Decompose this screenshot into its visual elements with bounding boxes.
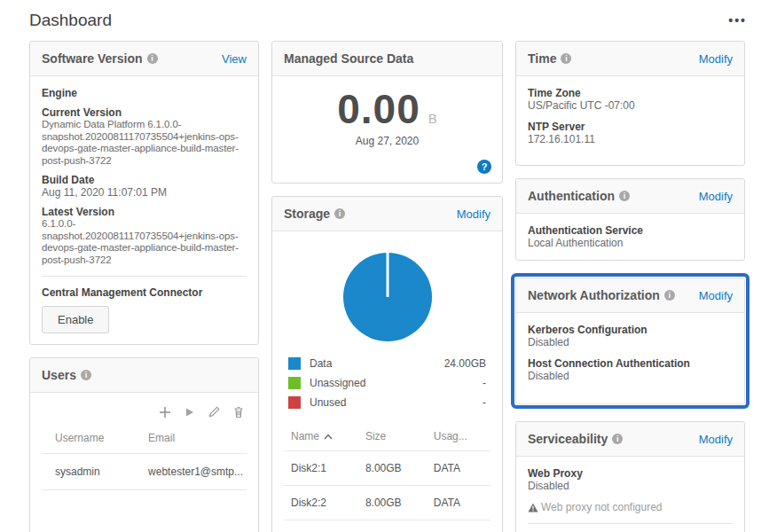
legend-label: Unassigned [310, 377, 365, 389]
storage-pie-chart [343, 253, 432, 341]
disk-name: Disk2:1 [284, 451, 358, 486]
user-email: webtester1@smtp... [135, 454, 247, 490]
disk-size: 8.00GB [358, 486, 427, 520]
build-date-label: Build Date [42, 174, 247, 186]
disk-name: Disk2:3 [284, 520, 358, 532]
divider [42, 276, 247, 277]
web-proxy-warning: Web proxy not configured [528, 501, 733, 513]
latest-version-value: 6.1.0.0-snapshot.20200811170735504+jenki… [42, 218, 247, 266]
storage-modify-link[interactable]: Modify [457, 207, 491, 221]
delete-user-icon[interactable] [232, 405, 245, 419]
info-icon[interactable]: i [147, 53, 158, 64]
add-user-icon[interactable] [158, 405, 172, 419]
host-connection-label: Host Connection Authentication [528, 357, 733, 370]
central-management-label: Central Management Connector [42, 286, 247, 299]
username-column-header: Username [42, 425, 135, 454]
serviceability-body: Web Proxy Disabled Web proxy not configu… [516, 457, 744, 532]
enable-user-icon[interactable] [184, 405, 196, 419]
user-row[interactable]: sysadmin webtester1@smtp... [42, 454, 247, 490]
info-icon[interactable]: i [334, 208, 345, 219]
serviceability-modify-link[interactable]: Modify [699, 433, 733, 446]
page-title: Dashboard [29, 11, 112, 30]
auth-service-value: Local Authentication [528, 237, 733, 249]
info-icon[interactable]: i [561, 53, 571, 64]
usage-column-header: Usag... [427, 423, 491, 451]
time-modify-link[interactable]: Modify [699, 52, 733, 66]
users-body: Username Email sysadmin webtester1@smtp.… [30, 393, 258, 501]
users-toolbar [42, 403, 247, 425]
disk-usage: DATA [427, 520, 491, 532]
current-version-label: Current Version [42, 106, 247, 119]
time-card: Time i Modify Time Zone US/Pacific UTC -… [515, 41, 745, 166]
users-header: Users i [30, 358, 258, 393]
time-zone-label: Time Zone [528, 87, 733, 99]
time-header: Time i Modify [516, 42, 744, 76]
legend-label: Unused [310, 396, 346, 409]
overflow-menu-icon[interactable]: ••• [728, 16, 747, 25]
legend-item-unassigned: Unassigned - [288, 373, 486, 393]
divider [528, 523, 733, 524]
warning-icon [528, 503, 538, 512]
software-version-body: Engine Current Version Dynamic Data Plat… [30, 76, 258, 344]
serviceability-card: Serviceability i Modify Web Proxy Disabl… [515, 421, 745, 532]
name-column-sort[interactable]: Name [291, 430, 333, 442]
users-card: Users i Username [29, 357, 259, 532]
managed-source-data-title: Managed Source Data [284, 51, 413, 66]
data-swatch [288, 357, 301, 370]
time-title: Time i [528, 51, 571, 66]
dashboard-page: Dashboard ••• Software Version i View En… [0, 0, 777, 532]
managed-source-data-body: 0.00 B Aug 27, 2020 ? [272, 76, 502, 183]
storage-header: Storage i Modify [272, 197, 502, 231]
authentication-modify-link[interactable]: Modify [699, 190, 733, 203]
time-zone-value: US/Pacific UTC -07:00 [528, 99, 733, 112]
current-version-value: Dynamic Data Platform 6.1.0.0-snapshot.2… [42, 119, 247, 167]
network-authorization-title: Network Authorization i [528, 288, 675, 302]
network-authorization-modify-link[interactable]: Modify [699, 289, 733, 302]
managed-source-data-header: Managed Source Data [272, 42, 502, 76]
disk-name: Disk2:2 [284, 486, 358, 520]
auth-service-label: Authentication Service [528, 224, 733, 237]
network-authorization-header: Network Authorization i Modify [516, 278, 744, 313]
disk-row: Disk2:2 8.00GB DATA [284, 486, 491, 520]
unused-swatch [288, 396, 301, 409]
build-date-value: Aug 11, 2020 11:07:01 PM [42, 186, 247, 199]
software-version-header: Software Version i View [30, 42, 258, 76]
kerberos-label: Kerberos Configuration [528, 324, 733, 336]
storage-body: Data 24.00GB Unassigned - Unused - [272, 231, 502, 532]
authentication-title: Authentication i [528, 189, 630, 203]
disk-usage: DATA [427, 451, 491, 486]
host-connection-status: Disabled [528, 370, 733, 382]
storage-card: Storage i Modify Data 24.00GB [271, 196, 503, 532]
disk-row: Disk2:3 8.00GB DATA [284, 520, 491, 532]
disk-row: Disk2:1 8.00GB DATA [284, 451, 491, 486]
network-authorization-highlight: Network Authorization i Modify Kerberos … [511, 273, 750, 409]
view-link[interactable]: View [222, 52, 247, 66]
software-version-title: Software Version i [42, 51, 158, 66]
edit-user-icon[interactable] [208, 405, 221, 419]
info-icon[interactable]: i [612, 434, 623, 444]
managed-data-value: 0.00 [337, 85, 420, 133]
ntp-server-value: 172.16.101.11 [528, 133, 733, 145]
network-authorization-card: Network Authorization i Modify Kerberos … [515, 278, 745, 404]
email-column-header: Email [135, 425, 247, 454]
info-icon[interactable]: i [619, 191, 630, 201]
legend-item-data: Data 24.00GB [288, 354, 486, 373]
enable-button[interactable]: Enable [42, 306, 109, 333]
page-header: Dashboard ••• [29, 11, 747, 30]
sort-ascending-icon [324, 434, 333, 440]
disk-size: 8.00GB [358, 451, 427, 486]
legend-value: - [483, 396, 486, 409]
legend-value: - [483, 377, 486, 389]
web-proxy-status: Disabled [528, 480, 733, 492]
info-icon[interactable]: i [81, 370, 91, 380]
size-column-header: Size [358, 423, 427, 451]
users-table: Username Email sysadmin webtester1@smtp.… [42, 425, 247, 490]
help-icon[interactable]: ? [477, 160, 491, 174]
disk-size: 8.00GB [358, 520, 427, 532]
info-icon[interactable]: i [664, 290, 675, 301]
authentication-card: Authentication i Modify Authentication S… [515, 178, 745, 261]
kerberos-status: Disabled [528, 336, 733, 348]
authentication-body: Authentication Service Local Authenticat… [516, 214, 744, 260]
authentication-header: Authentication i Modify [516, 179, 744, 214]
storage-title: Storage i [284, 207, 345, 221]
